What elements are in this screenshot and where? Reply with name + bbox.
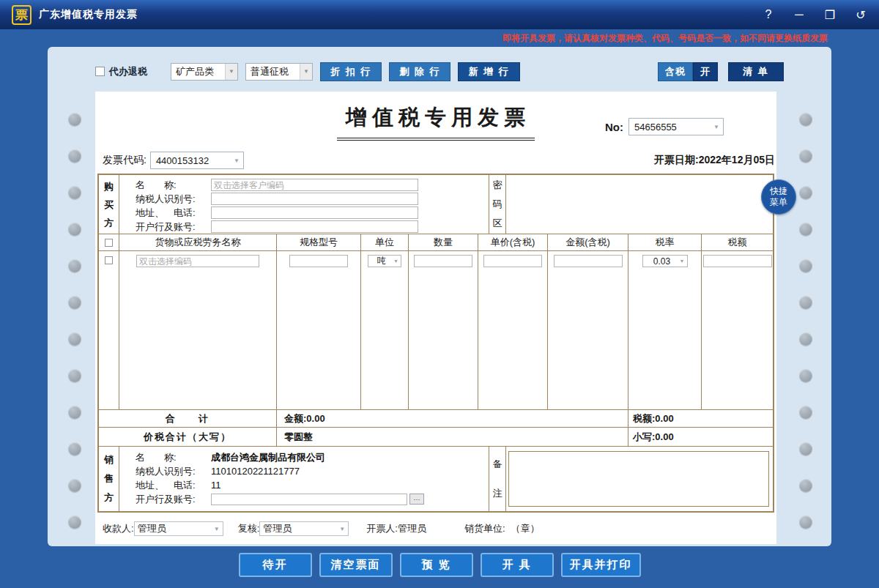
payee-value: 管理员 bbox=[138, 522, 214, 535]
chevron-down-icon[interactable]: ▼ bbox=[339, 526, 345, 532]
quick-menu-button[interactable]: 快捷 菜单 bbox=[761, 179, 796, 215]
reviewer-value: 管理员 bbox=[263, 522, 339, 535]
payee-label: 收款人: bbox=[103, 522, 134, 535]
buyer-name-input[interactable] bbox=[211, 179, 418, 191]
buyer-bank-input[interactable] bbox=[211, 220, 418, 233]
seller-unit-value: （章） bbox=[511, 522, 540, 535]
invoice-code-select[interactable]: 4400153132 ▼ bbox=[150, 152, 244, 169]
rate-cell: 0.03 ▼ bbox=[628, 251, 702, 409]
words-value: 零圆整 bbox=[277, 428, 628, 446]
paper-hole bbox=[799, 223, 812, 236]
main-panel: 代办退税 矿产品类 ▼ 普通征税 ▼ 折 扣 行 删 除 行 新 增 行 含税 … bbox=[48, 47, 831, 546]
issuer-value: 管理员 bbox=[398, 522, 426, 535]
words-label: 价税合计（大写） bbox=[99, 428, 277, 446]
tax-method-select[interactable]: 普通征税 ▼ bbox=[245, 63, 313, 81]
small-value: 小写:0.00 bbox=[628, 428, 773, 446]
row-select-cell bbox=[99, 251, 119, 409]
paper-hole bbox=[68, 332, 81, 346]
preview-button[interactable]: 预 览 bbox=[400, 553, 473, 577]
seller-address-label: 地址、 电话: bbox=[119, 479, 211, 492]
issue-print-button[interactable]: 开具并打印 bbox=[561, 553, 641, 577]
invoice-code-label: 发票代码: bbox=[103, 154, 146, 167]
spec-input[interactable] bbox=[289, 255, 348, 267]
pending-button[interactable]: 待开 bbox=[239, 553, 312, 577]
select-all-checkbox[interactable] bbox=[105, 239, 113, 247]
password-area-label: 密码区 bbox=[489, 175, 505, 234]
qty-input[interactable] bbox=[414, 255, 472, 267]
buyer-taxid-input[interactable] bbox=[211, 193, 418, 205]
seller-bank-input[interactable] bbox=[211, 494, 407, 505]
buyer-address-input[interactable] bbox=[211, 206, 418, 219]
warning-text: 即将开具发票，请认真核对发票种类、代码、号码是否一致，如不同请更换纸质发票 bbox=[502, 32, 828, 45]
paper-hole bbox=[799, 442, 812, 455]
tax-cell bbox=[702, 251, 773, 409]
tax-rate-value: 0.03 bbox=[646, 256, 678, 267]
reviewer-group: 复核: 管理员 ▼ bbox=[238, 521, 349, 536]
chevron-down-icon[interactable]: ▼ bbox=[214, 526, 220, 532]
invoice-no-value: 54656555 bbox=[634, 122, 709, 133]
add-row-button[interactable]: 新 增 行 bbox=[458, 62, 519, 81]
chevron-down-icon[interactable]: ▼ bbox=[393, 258, 398, 264]
quick-menu-line2: 菜单 bbox=[770, 197, 787, 208]
row-checkbox[interactable] bbox=[105, 256, 113, 264]
paper-hole bbox=[68, 186, 81, 199]
invoice-no-select[interactable]: 54656555 ▼ bbox=[628, 118, 724, 135]
price-input[interactable] bbox=[483, 255, 542, 267]
amount-input[interactable] bbox=[554, 255, 623, 267]
invoice-table: 购买方 名 称: 纳税人识别号: 地址、 电话: 开 bbox=[97, 174, 774, 513]
window-controls: ? ─ ❐ ↺ bbox=[762, 8, 867, 22]
invoice-footer: 收款人: 管理员 ▼ 复核: 管理员 ▼ 开票人: 管理员 销货单位: （章） bbox=[103, 520, 769, 537]
buyer-address-label: 地址、 电话: bbox=[119, 206, 211, 220]
paper-hole bbox=[799, 113, 812, 126]
tax-included-label[interactable]: 含税 bbox=[658, 62, 693, 81]
seller-name-label: 名 称: bbox=[119, 451, 211, 464]
chevron-down-icon[interactable]: ▼ bbox=[225, 64, 237, 80]
reviewer-label: 复核: bbox=[238, 522, 260, 535]
agency-refund-label: 代办退税 bbox=[109, 65, 147, 78]
chevron-down-icon[interactable]: ▼ bbox=[234, 157, 240, 164]
issuer-group: 开票人: 管理员 bbox=[366, 522, 426, 535]
chevron-down-icon[interactable]: ▼ bbox=[680, 258, 685, 264]
delete-row-button[interactable]: 删 除 行 bbox=[389, 62, 450, 81]
list-button[interactable]: 清 单 bbox=[728, 62, 784, 81]
tax-included-toggle[interactable]: 含税 开 bbox=[658, 62, 718, 81]
goods-name-cell bbox=[119, 251, 277, 409]
discount-row-button[interactable]: 折 扣 行 bbox=[320, 62, 382, 81]
unit-select[interactable]: 吨 ▼ bbox=[368, 255, 401, 267]
seller-taxid-label: 纳税人识别号: bbox=[119, 465, 211, 478]
minimize-icon[interactable]: ─ bbox=[793, 8, 806, 22]
tax-method-value: 普通征税 bbox=[246, 65, 300, 78]
help-icon[interactable]: ? bbox=[762, 8, 775, 22]
col-qty: 数量 bbox=[409, 234, 478, 250]
chevron-down-icon[interactable]: ▼ bbox=[300, 64, 312, 80]
payee-select[interactable]: 管理员 ▼ bbox=[134, 521, 223, 536]
goods-name-input[interactable] bbox=[136, 255, 259, 267]
paper-hole bbox=[799, 332, 812, 346]
agency-refund-checkbox[interactable]: 代办退税 bbox=[95, 65, 147, 78]
paper-hole bbox=[68, 406, 81, 419]
issue-button[interactable]: 开 具 bbox=[481, 553, 554, 577]
reviewer-select[interactable]: 管理员 ▼ bbox=[259, 521, 349, 536]
browse-ellipsis-button[interactable]: ··· bbox=[409, 494, 424, 505]
seller-name-value: 成都台鸿金属制品有限公司 bbox=[211, 451, 325, 464]
category-select[interactable]: 矿产品类 ▼ bbox=[171, 63, 238, 81]
paper-hole bbox=[799, 369, 812, 382]
tax-included-state[interactable]: 开 bbox=[693, 62, 718, 81]
seller-unit-group: 销货单位: （章） bbox=[464, 522, 540, 535]
invoice-date: 开票日期:2022年12月05日 bbox=[654, 154, 775, 167]
restore-icon[interactable]: ↺ bbox=[854, 8, 867, 22]
maximize-icon[interactable]: ❐ bbox=[823, 8, 837, 22]
paper-hole bbox=[799, 259, 812, 272]
seller-side-label: 销售方 bbox=[99, 447, 119, 511]
unit-cell: 吨 ▼ bbox=[361, 251, 409, 409]
clear-button[interactable]: 清空票面 bbox=[319, 553, 393, 577]
paper-hole bbox=[68, 149, 81, 163]
tax-rate-select[interactable]: 0.03 ▼ bbox=[642, 255, 688, 267]
titlebar: 票 广东增值税专用发票 ? ─ ❐ ↺ bbox=[0, 0, 879, 29]
chevron-down-icon[interactable]: ▼ bbox=[713, 124, 719, 130]
paper-hole bbox=[68, 442, 81, 455]
tax-input[interactable] bbox=[703, 255, 772, 267]
checkbox-icon[interactable] bbox=[95, 67, 105, 76]
totals-tax: 税额:0.00 bbox=[628, 410, 773, 427]
remark-box[interactable] bbox=[508, 451, 769, 507]
